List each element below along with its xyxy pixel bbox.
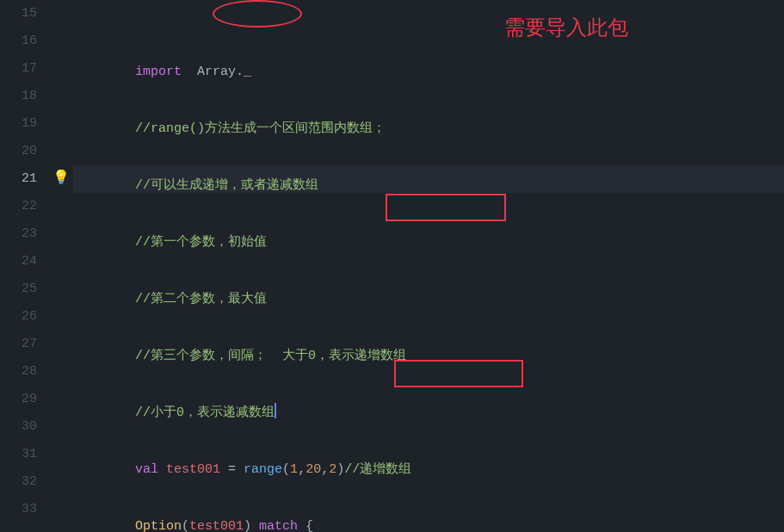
code-line: //第三个参数，间隔； 大于0，表示递增数组 [73,343,784,370]
line-num-active: 21 [0,165,37,193]
line-num: 25 [0,275,37,303]
line-num: 31 [0,441,37,468]
line-num: 27 [0,331,37,358]
cursor [275,403,276,418]
line-num: 30 [0,413,37,441]
code-area[interactable]: import Array._ //range()方法生成一个区间范围内数组； /… [73,0,784,532]
line-num: 16 [0,28,37,55]
line-num: 33 [0,496,37,523]
lightbulb-icon[interactable]: 💡 [52,169,70,186]
code-line: import Array._ [73,59,784,86]
line-num: 15 [0,0,37,28]
line-num: 32 [0,468,37,496]
line-num: 22 [0,193,37,220]
code-line: //小于0，表示递减数组 [73,399,784,427]
code-line: //range()方法生成一个区间范围内数组； [73,115,784,143]
code-editor[interactable]: 15 16 17 18 19 20 21 22 23 24 25 26 27 2… [0,0,784,532]
icons-column: 💡 [47,0,73,532]
code-line: //第二个参数，最大值 [73,286,784,313]
code-line: //可以生成递增，或者递减数组 [73,172,784,200]
line-num: 20 [0,138,37,165]
code-line: val test001 = range(1,20,2)//递增数组 [73,456,784,484]
line-num: 23 [0,220,37,248]
line-num: 26 [0,303,37,331]
line-num: 24 [0,248,37,275]
line-num: 18 [0,83,37,110]
line-num: 19 [0,110,37,138]
code-line: //第一个参数，初始值 [73,229,784,257]
line-num: 17 [0,55,37,83]
line-num: 29 [0,386,37,413]
gutter: 15 16 17 18 19 20 21 22 23 24 25 26 27 2… [0,0,47,532]
line-num: 28 [0,358,37,386]
code-line: Option(test001) match { [73,513,784,532]
